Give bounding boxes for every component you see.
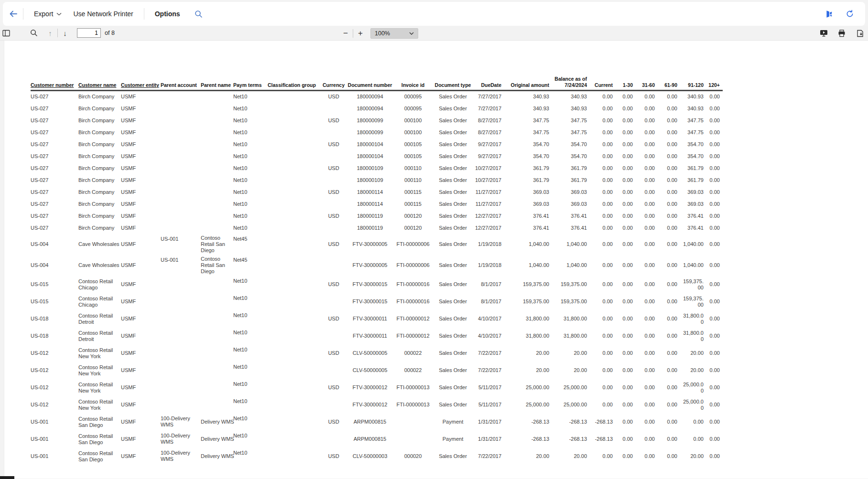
cell: USMF [121,115,161,127]
table-row: US-015Contoso Retail ChicagoUSMFNet10USD… [31,276,723,293]
cell: USD [321,234,346,255]
column-header: Current [590,76,616,91]
cell: Birch Company [78,138,121,150]
cell: Sales Order [432,127,474,138]
cell: 000022 [394,362,432,379]
print-layout-button[interactable] [818,27,829,40]
cell: 0.00 [706,276,723,293]
cell: 0.00 [616,234,636,255]
cell [394,431,432,448]
cell: -268.13 [590,431,616,448]
cell: 0.00 [590,186,616,198]
cell: US-018 [31,328,78,345]
cell [201,293,233,310]
column-header[interactable]: Customer name [78,76,121,91]
cell: 180000114 [346,186,394,198]
cell: -268.13 [552,414,590,431]
cell: 20.00 [504,448,552,465]
cell: Net10 [233,174,268,186]
cell: USMF [121,198,161,210]
print-button[interactable] [836,27,847,40]
cell: Sales Order [432,186,474,198]
cell: 0.00 [706,255,723,276]
export-page-button[interactable] [855,27,865,40]
cell: FTV-30000005 [346,255,394,276]
refresh-button[interactable] [846,10,854,18]
cell: 25,000.0 0 [680,396,706,414]
cell: 0.00 [616,91,636,103]
cell: 25,000.00 [504,396,552,414]
cell [321,362,346,379]
cell [161,210,201,222]
cell: Sales Order [432,293,474,310]
cell: 000110 [394,162,432,174]
cell [201,138,233,150]
cell [161,138,201,150]
cell: 20.00 [504,362,552,379]
export-button[interactable]: Export [28,7,67,21]
back-button[interactable] [9,10,18,18]
cell: Birch Company [78,127,121,138]
page-number-input[interactable] [77,28,101,38]
cell: 20.00 [680,345,706,362]
cell: 369.03 [680,198,706,210]
cell: USD [321,310,346,328]
zoom-in-button[interactable]: + [355,27,366,40]
cell: 20.00 [552,448,590,465]
cell: Net10 [233,293,268,310]
cell [321,127,346,138]
cell: Net10 [233,198,268,210]
cell: 8/1/2017 [474,293,504,310]
cell: Delivery WMS [201,414,233,431]
cell: 347.75 [504,115,552,127]
cell [161,379,201,396]
cell: US-027 [31,150,78,162]
column-header[interactable]: Customer number [31,76,78,91]
use-network-printer-button[interactable]: Use Network Printer [67,7,139,21]
cell: 0.00 [706,162,723,174]
cell: Net10 [233,328,268,345]
cell: CLV-50000003 [346,448,394,465]
next-page-icon: ↓ [63,30,67,37]
cell: 000115 [394,186,432,198]
cell: 5/11/2017 [474,379,504,396]
cell: Contoso Retail San Diego [201,234,233,255]
find-button[interactable] [29,27,39,39]
cell: USMF [121,379,161,396]
cell: Sales Order [432,222,474,234]
cell: 369.03 [552,198,590,210]
dynamics365-button[interactable] [825,10,833,18]
cell: 180000094 [346,103,394,115]
cell [268,431,321,448]
sidebar-toggle-button[interactable] [1,27,11,39]
cell: 1/31/2017 [474,414,504,431]
cell [201,198,233,210]
cell: USMF [121,448,161,465]
column-header[interactable]: Customer entity [121,76,161,91]
cell: 0.00 [616,448,636,465]
zoom-level-select[interactable]: 100% [370,28,418,39]
cell: USMF [121,328,161,345]
cell: Sales Order [432,234,474,255]
cell: 354.70 [680,138,706,150]
next-page-button[interactable]: ↓ [60,27,70,39]
column-header: Document type [432,76,474,91]
table-row: US-027Birch CompanyUSMFNet10180000094000… [31,103,723,115]
previous-page-button[interactable]: ↑ [45,27,55,39]
cell: USMF [121,127,161,138]
cell: USMF [121,255,161,276]
cell: 0.00 [706,362,723,379]
cell: 0.00 [636,115,658,127]
cell: 0.00 [706,91,723,103]
horizontal-scrollbar-thumb[interactable] [0,476,14,479]
cell: 000100 [394,115,432,127]
search-button[interactable] [189,7,208,21]
cell: USMF [121,222,161,234]
zoom-out-button[interactable]: − [340,27,351,40]
options-button[interactable]: Options [149,7,186,21]
cell: Net10 [233,91,268,103]
cell: 159,375.00 [552,293,590,310]
cell: 180000099 [346,127,394,138]
cell: 347.75 [552,115,590,127]
cell: Net10 [233,431,268,448]
